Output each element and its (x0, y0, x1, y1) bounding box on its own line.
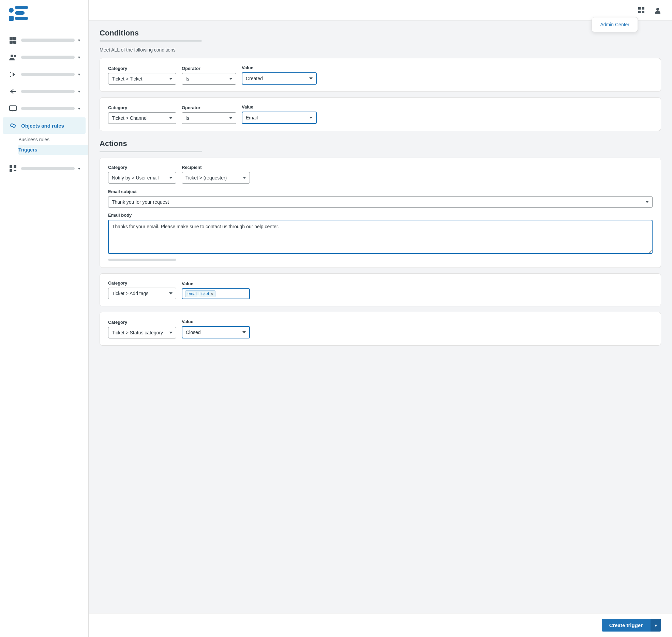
actions-bar (100, 151, 202, 152)
notify-recipient-label: Recipient (182, 165, 250, 170)
svg-rect-11 (10, 106, 16, 111)
sidebar-item-objects-rules[interactable]: Objects and rules (3, 117, 86, 134)
condition-1-category-group: Category Ticket > Ticket (108, 66, 176, 85)
email-body-group: Email body (108, 213, 653, 261)
actions-section: Actions Category Notify by > User email … (100, 139, 661, 346)
svg-rect-0 (9, 8, 14, 13)
sidebar-item-channels-out[interactable]: ▾ (3, 66, 86, 83)
conditions-bar (100, 40, 202, 42)
action-tags-card: Category Ticket > Add tags Value email_t… (100, 273, 661, 306)
chevron-down-icon: ▾ (78, 89, 80, 94)
email-body-label: Email body (108, 213, 653, 218)
tags-value-group: Value email_ticket ✕ (182, 281, 250, 299)
chevron-down-icon: ▾ (78, 55, 80, 60)
main-content: Admin Center Conditions Meet ALL of the … (89, 0, 672, 637)
svg-rect-7 (10, 41, 13, 44)
condition-row-2: Category Ticket > Channel Operator Is Va… (100, 97, 661, 131)
scroll-indicator (108, 259, 176, 261)
condition-1-value-label: Value (242, 65, 317, 70)
tag-close-icon[interactable]: ✕ (210, 292, 213, 296)
status-category-label: Category (108, 320, 176, 325)
condition-2-operator-label: Operator (182, 105, 236, 110)
nav-label-bar (21, 56, 75, 59)
conditions-title: Conditions (100, 29, 661, 38)
condition-2-category-group: Category Ticket > Channel (108, 105, 176, 124)
footer-bar: Create trigger ▾ (89, 613, 672, 637)
svg-rect-5 (10, 37, 13, 40)
chevron-down-icon: ▾ (78, 106, 80, 111)
notify-category-select[interactable]: Notify by > User email (108, 172, 176, 184)
sidebar-subnav: Business rules Triggers (0, 134, 88, 155)
zendesk-logo (8, 5, 29, 22)
conditions-description: Meet ALL of the following conditions (100, 47, 661, 53)
condition-2-operator-group: Operator Is (182, 105, 236, 124)
svg-rect-19 (638, 7, 641, 10)
conditions-section: Conditions Meet ALL of the following con… (100, 29, 661, 131)
sidebar-item-business-rules[interactable]: Business rules (18, 134, 88, 145)
chevron-down-icon: ▾ (78, 166, 80, 171)
tags-category-group: Category Ticket > Add tags (108, 280, 176, 299)
tags-category-select[interactable]: Ticket > Add tags (108, 288, 176, 299)
sidebar-item-channels-in[interactable]: ▾ (3, 83, 86, 100)
display-icon (8, 104, 18, 113)
action-notify-card: Category Notify by > User email Recipien… (100, 158, 661, 268)
svg-rect-8 (13, 41, 16, 44)
svg-rect-18 (10, 169, 12, 172)
sidebar-item-workspaces[interactable]: ▾ (3, 32, 86, 48)
create-trigger-button[interactable]: Create trigger (602, 619, 650, 632)
channels-out-icon (8, 70, 18, 79)
sidebar: ▾ ▾ ▾ ▾ (0, 0, 89, 637)
svg-rect-16 (10, 165, 12, 168)
action-status-card: Category Ticket > Status category Value … (100, 312, 661, 346)
notify-recipient-select[interactable]: Ticket > (requester) (182, 172, 250, 184)
apps-icon (8, 164, 18, 173)
svg-rect-2 (15, 11, 25, 15)
grid-icon[interactable] (635, 4, 647, 16)
email-subject-select[interactable]: Thank you for your request (108, 196, 653, 208)
condition-1-value-group: Value Created (242, 65, 317, 85)
content-area: Conditions Meet ALL of the following con… (89, 20, 672, 613)
channels-in-icon (8, 87, 18, 96)
sidebar-item-apps[interactable]: ▾ (3, 160, 86, 177)
tag-email-ticket: email_ticket ✕ (185, 290, 215, 297)
workspaces-icon (8, 35, 18, 45)
svg-rect-13 (13, 111, 13, 112)
nav-label-bar (21, 39, 75, 42)
sidebar-item-triggers[interactable]: Triggers (18, 145, 88, 155)
tags-input-field[interactable]: email_ticket ✕ (182, 288, 250, 299)
condition-1-operator-select[interactable]: Is (182, 73, 236, 85)
email-body-textarea[interactable] (108, 220, 653, 254)
condition-2-operator-select[interactable]: Is (182, 112, 236, 124)
notify-recipient-group: Recipient Ticket > (requester) (182, 165, 250, 184)
create-trigger-dropdown-button[interactable]: ▾ (650, 619, 661, 632)
notify-category-label: Category (108, 165, 176, 170)
svg-point-14 (10, 125, 11, 126)
user-icon[interactable] (652, 4, 664, 16)
svg-rect-6 (13, 37, 16, 40)
sidebar-logo (0, 0, 88, 27)
status-value-select[interactable]: Closed (182, 326, 250, 338)
condition-2-category-label: Category (108, 105, 176, 110)
svg-point-10 (14, 55, 16, 57)
condition-1-value-select[interactable]: Created (242, 72, 317, 85)
sidebar-item-display[interactable]: ▾ (3, 100, 86, 117)
condition-row-1: Category Ticket > Ticket Operator Is Val… (100, 58, 661, 92)
tags-value-label: Value (182, 281, 250, 286)
svg-rect-22 (642, 11, 644, 13)
condition-2-value-label: Value (242, 104, 317, 110)
email-subject-label: Email subject (108, 189, 653, 194)
condition-1-category-select[interactable]: Ticket > Ticket (108, 73, 176, 85)
condition-2-value-select[interactable]: Email (242, 112, 317, 124)
status-category-select[interactable]: Ticket > Status category (108, 327, 176, 338)
svg-rect-3 (9, 16, 14, 21)
sidebar-item-people[interactable]: ▾ (3, 49, 86, 66)
svg-point-23 (656, 8, 659, 11)
condition-2-category-select[interactable]: Ticket > Channel (108, 112, 176, 124)
svg-rect-12 (12, 111, 14, 111)
admin-center-link[interactable]: Admin Center (600, 22, 629, 27)
dropdown-chevron-icon: ▾ (655, 623, 657, 628)
svg-rect-4 (15, 17, 28, 20)
condition-2-value-group: Value Email (242, 104, 317, 124)
condition-1-operator-group: Operator Is (182, 66, 236, 85)
status-value-group: Value Closed (182, 319, 653, 338)
